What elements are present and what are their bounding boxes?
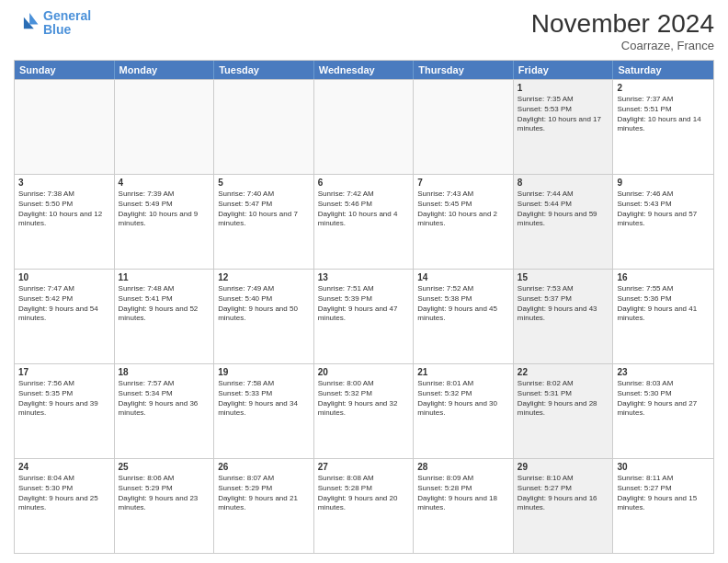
- day-number: 13: [318, 272, 410, 282]
- day-number: 16: [617, 272, 710, 282]
- day-number: 19: [218, 367, 310, 377]
- calendar-cell: 21Sunrise: 8:01 AM Sunset: 5:32 PM Dayli…: [414, 364, 514, 458]
- calendar-cell: 1Sunrise: 7:35 AM Sunset: 5:53 PM Daylig…: [514, 80, 614, 174]
- calendar-cell: 26Sunrise: 8:07 AM Sunset: 5:29 PM Dayli…: [214, 459, 314, 553]
- calendar-cell: [15, 80, 115, 174]
- calendar-cell: 8Sunrise: 7:44 AM Sunset: 5:44 PM Daylig…: [514, 175, 614, 269]
- day-number: 24: [18, 462, 110, 472]
- calendar-cell: 24Sunrise: 8:04 AM Sunset: 5:30 PM Dayli…: [15, 459, 115, 553]
- calendar-cell: 2Sunrise: 7:37 AM Sunset: 5:51 PM Daylig…: [613, 80, 713, 174]
- day-info: Sunrise: 8:10 AM Sunset: 5:27 PM Dayligh…: [518, 474, 609, 513]
- day-info: Sunrise: 7:57 AM Sunset: 5:34 PM Dayligh…: [119, 379, 210, 419]
- day-info: Sunrise: 7:35 AM Sunset: 5:53 PM Dayligh…: [518, 95, 609, 134]
- logo-line2: Blue: [43, 22, 71, 37]
- day-info: Sunrise: 8:04 AM Sunset: 5:30 PM Dayligh…: [18, 474, 110, 513]
- day-number: 9: [617, 178, 710, 188]
- day-number: 2: [617, 83, 710, 93]
- calendar-cell: 30Sunrise: 8:11 AM Sunset: 5:27 PM Dayli…: [613, 459, 713, 553]
- header-day-friday: Friday: [514, 61, 614, 79]
- calendar-week-3: 10Sunrise: 7:47 AM Sunset: 5:42 PM Dayli…: [15, 269, 713, 363]
- day-number: 12: [218, 272, 310, 282]
- day-info: Sunrise: 8:09 AM Sunset: 5:28 PM Dayligh…: [417, 474, 509, 513]
- day-number: 26: [218, 462, 310, 472]
- calendar-cell: 15Sunrise: 7:53 AM Sunset: 5:37 PM Dayli…: [514, 270, 614, 363]
- day-info: Sunrise: 8:03 AM Sunset: 5:30 PM Dayligh…: [617, 379, 710, 419]
- calendar-cell: [214, 80, 314, 174]
- day-info: Sunrise: 7:53 AM Sunset: 5:37 PM Dayligh…: [518, 284, 609, 324]
- day-number: 4: [119, 178, 210, 188]
- day-number: 1: [518, 83, 609, 93]
- calendar-cell: [314, 80, 415, 174]
- calendar-cell: 19Sunrise: 7:58 AM Sunset: 5:33 PM Dayli…: [214, 364, 314, 458]
- day-info: Sunrise: 7:49 AM Sunset: 5:40 PM Dayligh…: [218, 284, 310, 324]
- header-day-sunday: Sunday: [15, 61, 115, 79]
- calendar-cell: 23Sunrise: 8:03 AM Sunset: 5:30 PM Dayli…: [613, 364, 713, 458]
- header: General Blue November 2024 Coarraze, Fra…: [14, 9, 714, 52]
- day-number: 7: [417, 178, 509, 188]
- calendar-cell: 3Sunrise: 7:38 AM Sunset: 5:50 PM Daylig…: [15, 175, 115, 269]
- day-info: Sunrise: 8:07 AM Sunset: 5:29 PM Dayligh…: [218, 474, 310, 513]
- calendar-cell: 27Sunrise: 8:08 AM Sunset: 5:28 PM Dayli…: [314, 459, 415, 553]
- day-info: Sunrise: 7:52 AM Sunset: 5:38 PM Dayligh…: [417, 284, 509, 324]
- day-number: 18: [119, 367, 210, 377]
- day-number: 3: [18, 178, 110, 188]
- day-number: 17: [18, 367, 110, 377]
- calendar-cell: 6Sunrise: 7:42 AM Sunset: 5:46 PM Daylig…: [314, 175, 415, 269]
- day-info: Sunrise: 7:44 AM Sunset: 5:44 PM Dayligh…: [518, 190, 609, 229]
- calendar-cell: 10Sunrise: 7:47 AM Sunset: 5:42 PM Dayli…: [15, 270, 115, 363]
- day-info: Sunrise: 7:56 AM Sunset: 5:35 PM Dayligh…: [18, 379, 110, 419]
- logo-text: General Blue: [43, 9, 91, 38]
- calendar-cell: 18Sunrise: 7:57 AM Sunset: 5:34 PM Dayli…: [115, 364, 215, 458]
- calendar-week-2: 3Sunrise: 7:38 AM Sunset: 5:50 PM Daylig…: [15, 174, 713, 269]
- calendar-cell: 29Sunrise: 8:10 AM Sunset: 5:27 PM Dayli…: [514, 459, 614, 553]
- day-info: Sunrise: 8:06 AM Sunset: 5:29 PM Dayligh…: [119, 474, 210, 513]
- calendar-week-1: 1Sunrise: 7:35 AM Sunset: 5:53 PM Daylig…: [15, 79, 713, 174]
- calendar-cell: [115, 80, 215, 174]
- page: General Blue November 2024 Coarraze, Fra…: [0, 0, 728, 563]
- calendar-cell: 4Sunrise: 7:39 AM Sunset: 5:49 PM Daylig…: [115, 175, 215, 269]
- day-number: 20: [318, 367, 410, 377]
- calendar-cell: 25Sunrise: 8:06 AM Sunset: 5:29 PM Dayli…: [115, 459, 215, 553]
- calendar-cell: [414, 80, 514, 174]
- day-number: 10: [18, 272, 110, 282]
- day-info: Sunrise: 8:11 AM Sunset: 5:27 PM Dayligh…: [617, 474, 710, 513]
- calendar: SundayMondayTuesdayWednesdayThursdayFrid…: [14, 60, 714, 554]
- header-day-monday: Monday: [115, 61, 215, 79]
- day-info: Sunrise: 7:39 AM Sunset: 5:49 PM Dayligh…: [119, 190, 210, 229]
- day-number: 21: [417, 367, 509, 377]
- day-number: 11: [119, 272, 210, 282]
- day-number: 25: [119, 462, 210, 472]
- day-info: Sunrise: 7:38 AM Sunset: 5:50 PM Dayligh…: [18, 190, 110, 229]
- title-block: November 2024 Coarraze, France: [531, 9, 714, 52]
- calendar-cell: 11Sunrise: 7:48 AM Sunset: 5:41 PM Dayli…: [115, 270, 215, 363]
- calendar-cell: 12Sunrise: 7:49 AM Sunset: 5:40 PM Dayli…: [214, 270, 314, 363]
- header-day-tuesday: Tuesday: [214, 61, 314, 79]
- day-number: 5: [218, 178, 310, 188]
- logo-icon: [14, 10, 40, 36]
- calendar-cell: 16Sunrise: 7:55 AM Sunset: 5:36 PM Dayli…: [613, 270, 713, 363]
- calendar-week-5: 24Sunrise: 8:04 AM Sunset: 5:30 PM Dayli…: [15, 458, 713, 553]
- day-info: Sunrise: 7:42 AM Sunset: 5:46 PM Dayligh…: [318, 190, 410, 229]
- day-info: Sunrise: 7:43 AM Sunset: 5:45 PM Dayligh…: [417, 190, 509, 229]
- day-info: Sunrise: 7:46 AM Sunset: 5:43 PM Dayligh…: [617, 190, 710, 229]
- logo-line1: General: [43, 8, 91, 23]
- day-info: Sunrise: 8:00 AM Sunset: 5:32 PM Dayligh…: [318, 379, 410, 419]
- day-number: 23: [617, 367, 710, 377]
- calendar-body: 1Sunrise: 7:35 AM Sunset: 5:53 PM Daylig…: [15, 79, 713, 553]
- header-day-thursday: Thursday: [414, 61, 514, 79]
- day-info: Sunrise: 7:58 AM Sunset: 5:33 PM Dayligh…: [218, 379, 310, 419]
- day-number: 29: [518, 462, 609, 472]
- day-info: Sunrise: 7:55 AM Sunset: 5:36 PM Dayligh…: [617, 284, 710, 324]
- day-number: 14: [417, 272, 509, 282]
- day-info: Sunrise: 8:01 AM Sunset: 5:32 PM Dayligh…: [417, 379, 509, 419]
- day-number: 30: [617, 462, 710, 472]
- day-info: Sunrise: 7:40 AM Sunset: 5:47 PM Dayligh…: [218, 190, 310, 229]
- day-number: 6: [318, 178, 410, 188]
- calendar-cell: 14Sunrise: 7:52 AM Sunset: 5:38 PM Dayli…: [414, 270, 514, 363]
- month-title: November 2024: [531, 9, 714, 39]
- calendar-cell: 13Sunrise: 7:51 AM Sunset: 5:39 PM Dayli…: [314, 270, 415, 363]
- svg-marker-0: [29, 14, 38, 25]
- day-info: Sunrise: 7:37 AM Sunset: 5:51 PM Dayligh…: [617, 95, 710, 134]
- day-number: 28: [417, 462, 509, 472]
- day-number: 15: [518, 272, 609, 282]
